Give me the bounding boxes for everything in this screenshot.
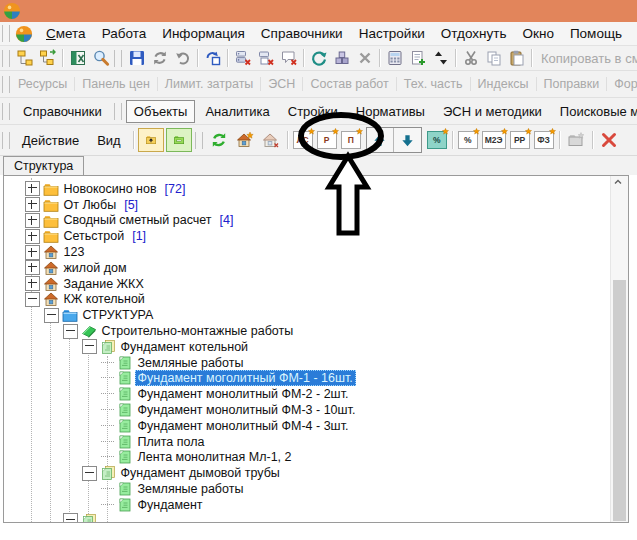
tree-item[interactable]: Плита пола	[4, 434, 610, 450]
menu-item[interactable]: Работа	[94, 26, 155, 41]
tree-item[interactable]: Земляные работы	[4, 355, 610, 371]
panel-button[interactable]: Лимит. затраты	[160, 77, 259, 91]
menu-item[interactable]: Информация	[154, 26, 253, 41]
tree-item[interactable]: Земляные работы	[4, 481, 610, 497]
toolbar-grip[interactable]	[2, 132, 10, 149]
menu-item[interactable]: Справочники	[253, 26, 351, 41]
tree-item[interactable]: жилой дом	[4, 260, 610, 276]
copy-button[interactable]	[482, 47, 505, 69]
expand-toggle[interactable]	[44, 308, 59, 323]
tree-item[interactable]: Сетьстрой[1]	[4, 228, 610, 244]
tab-item[interactable]: Объекты	[126, 100, 196, 123]
expand-toggle[interactable]	[25, 197, 40, 212]
panel-button[interactable]: Индексы	[473, 77, 534, 91]
paste-button[interactable]	[505, 47, 528, 69]
delete-button[interactable]	[596, 128, 622, 152]
toolbar-grip[interactable]	[2, 103, 10, 120]
panel-button[interactable]: Состав работ	[305, 77, 393, 91]
search-button[interactable]	[89, 47, 112, 69]
r-button[interactable]: Р	[317, 131, 337, 149]
undo-button[interactable]	[171, 47, 194, 69]
panel-button[interactable]: Поправки	[539, 77, 605, 91]
scroll-up-button[interactable]	[612, 178, 627, 192]
tree-item[interactable]: Строительно-монтажные работы	[4, 323, 610, 339]
move-up-button[interactable]	[367, 128, 394, 152]
menu-item[interactable]: Настройки	[351, 26, 433, 41]
folder-up-button[interactable]	[138, 128, 164, 152]
folder-collapse-button[interactable]	[166, 128, 192, 152]
tab-item[interactable]: Аналитика	[197, 100, 277, 123]
sync-button[interactable]	[307, 47, 330, 69]
tree-item[interactable]: Фундамент монолитный ФМ-3 - 10шт.	[4, 402, 610, 418]
references-button[interactable]: Справочники	[13, 104, 112, 119]
close-button[interactable]	[353, 47, 376, 69]
panel-button[interactable]: Формулы	[609, 77, 637, 91]
panel-button[interactable]: Панель цен	[77, 77, 155, 91]
vertical-scrollbar[interactable]	[610, 176, 628, 522]
save-button[interactable]	[125, 47, 148, 69]
tree-item[interactable]: 123	[4, 244, 610, 260]
expand-toggle[interactable]	[63, 513, 78, 523]
tab-item[interactable]: Стройки	[280, 100, 346, 123]
calculator-button[interactable]	[383, 47, 406, 69]
tree-item[interactable]: Новокосино нов[72]	[4, 181, 610, 197]
tree-item[interactable]: Задание ЖКХ	[4, 276, 610, 292]
sort-button[interactable]	[429, 47, 452, 69]
tree-item[interactable]: Фундамент монолитный ФМ-4 - 3шт.	[4, 418, 610, 434]
expand-toggle[interactable]	[25, 292, 40, 307]
toolbar-grip[interactable]	[2, 76, 10, 93]
toolbar-grip[interactable]	[114, 103, 122, 120]
structure-move-button[interactable]	[36, 47, 59, 69]
menu-item[interactable]: Отдохнуть	[433, 26, 515, 41]
tree-item[interactable]: Лента монолитная Мл-1, 2	[4, 450, 610, 466]
menu-item[interactable]: Окно	[515, 26, 562, 41]
cut-button[interactable]	[459, 47, 482, 69]
refresh-green-button[interactable]	[206, 128, 232, 152]
menu-item[interactable]: Смета	[38, 26, 94, 41]
server-remove-alt-button[interactable]	[254, 47, 277, 69]
server-remove-button[interactable]	[231, 47, 254, 69]
tree-item[interactable]: Фундамент котельной	[4, 339, 610, 355]
toolbar-grip[interactable]	[2, 50, 10, 67]
tree-item[interactable]	[4, 513, 610, 523]
house-add-button[interactable]	[232, 128, 258, 152]
tree-item[interactable]: Фундамент монолитный ФМ-2 - 2шт.	[4, 386, 610, 402]
scrollbar-thumb[interactable]	[613, 280, 626, 521]
tree-item[interactable]: КЖ котельной	[4, 292, 610, 308]
panel-button[interactable]: Ресурсы	[13, 77, 72, 91]
percent-button[interactable]: %	[458, 131, 478, 149]
expand-toggle[interactable]	[25, 260, 40, 275]
tree-item[interactable]: Фундамент моголитный ФМ-1 - 16шт.	[4, 371, 610, 387]
expand-toggle[interactable]	[25, 245, 40, 260]
toolbar-grip[interactable]	[195, 132, 203, 149]
move-down-button[interactable]	[394, 128, 421, 152]
panel-button[interactable]: ЭСН	[263, 77, 300, 91]
restore-button[interactable]	[201, 47, 224, 69]
tree-item[interactable]: От Любы[5]	[4, 197, 610, 213]
tab-structure[interactable]: Структура	[3, 156, 84, 175]
toolbar-grip[interactable]	[2, 25, 10, 42]
comment-remove-button[interactable]	[277, 47, 300, 69]
p-button[interactable]: П	[341, 131, 361, 149]
tree-item[interactable]: Фундамент	[4, 497, 610, 513]
action-menu[interactable]: Действие	[13, 133, 88, 148]
menu-item[interactable]: Помощь	[562, 26, 630, 41]
structure-list-button[interactable]	[13, 47, 36, 69]
expand-toggle[interactable]	[25, 213, 40, 228]
tree-item[interactable]: СТРУКТУРА	[4, 307, 610, 323]
expand-toggle[interactable]	[25, 276, 40, 291]
ls-button[interactable]: ЛС	[293, 131, 313, 149]
excel-export-button[interactable]	[66, 47, 89, 69]
refresh-button[interactable]	[148, 47, 171, 69]
toolbar-grip[interactable]	[114, 50, 122, 67]
view-menu[interactable]: Вид	[88, 133, 130, 148]
folder-new-disabled-button[interactable]	[563, 128, 589, 152]
tree-item[interactable]: Сводный сметный расчет[4]	[4, 213, 610, 229]
expand-toggle[interactable]	[82, 466, 97, 481]
note-add-button[interactable]	[406, 47, 429, 69]
expand-toggle[interactable]	[25, 181, 40, 196]
expand-toggle[interactable]	[82, 339, 97, 354]
panel-button[interactable]: Тех. часть	[399, 77, 468, 91]
m2e-button[interactable]: М2Э	[482, 131, 506, 149]
house-pale-button[interactable]	[258, 128, 284, 152]
